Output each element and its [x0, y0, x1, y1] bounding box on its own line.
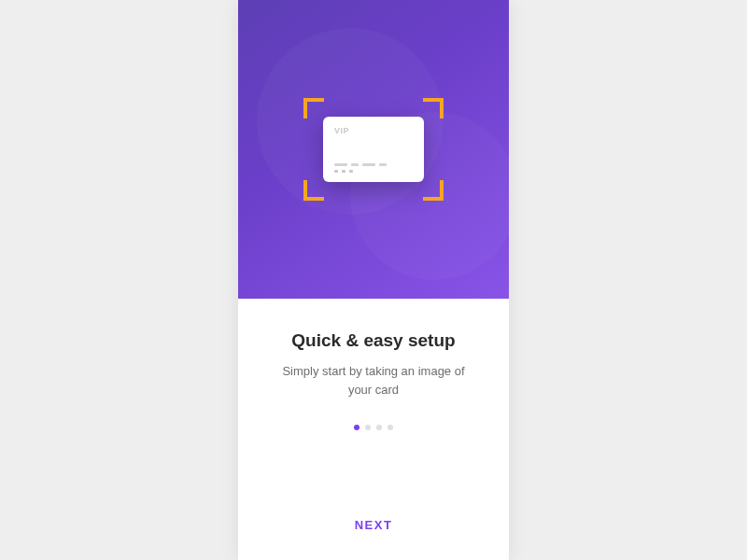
onboarding-content: Quick & easy setup Simply start by takin…	[238, 299, 509, 490]
pagination-dot[interactable]	[376, 425, 382, 430]
onboarding-screen: VIP Quick & easy setup	[238, 0, 509, 560]
pagination-dot[interactable]	[388, 425, 393, 430]
next-button[interactable]: NEXT	[336, 511, 412, 539]
hero-illustration: VIP	[238, 0, 509, 299]
scan-corner-icon	[303, 98, 324, 119]
card-number-placeholder	[334, 163, 413, 173]
onboarding-title: Quick & easy setup	[291, 330, 455, 351]
card-icon: VIP	[323, 117, 424, 182]
pagination-dot[interactable]	[354, 425, 359, 430]
scan-corner-icon	[303, 180, 324, 201]
scan-corner-icon	[423, 180, 444, 201]
scan-corner-icon	[423, 98, 444, 119]
footer: NEXT	[238, 490, 509, 560]
card-label: VIP	[334, 126, 413, 135]
scan-frame-icon: VIP	[303, 98, 444, 201]
onboarding-subtitle: Simply start by taking an image of your …	[280, 362, 467, 399]
pagination-dots	[354, 425, 393, 430]
pagination-dot[interactable]	[365, 425, 371, 430]
